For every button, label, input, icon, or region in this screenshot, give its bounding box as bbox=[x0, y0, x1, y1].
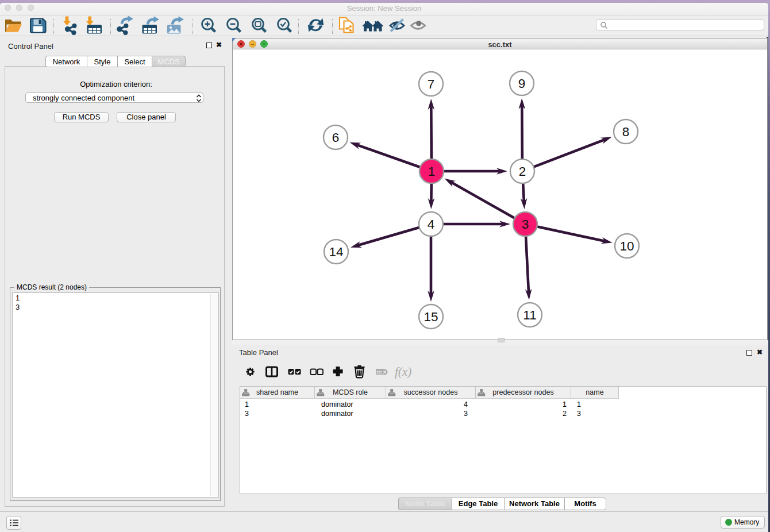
svg-text:14: 14 bbox=[329, 245, 343, 259]
svg-text:10: 10 bbox=[619, 239, 634, 253]
svg-text:9: 9 bbox=[518, 76, 526, 91]
svg-text:1: 1 bbox=[428, 164, 436, 179]
svg-text:7: 7 bbox=[428, 77, 435, 91]
svg-text:15: 15 bbox=[424, 310, 438, 324]
svg-text:f(x): f(x) bbox=[395, 365, 411, 379]
svg-text:4: 4 bbox=[428, 217, 435, 232]
svg-text:6: 6 bbox=[332, 130, 340, 145]
svg-text:8: 8 bbox=[622, 125, 630, 139]
svg-text:2: 2 bbox=[519, 164, 526, 179]
svg-text:11: 11 bbox=[523, 308, 536, 322]
svg-text:3: 3 bbox=[522, 217, 529, 232]
